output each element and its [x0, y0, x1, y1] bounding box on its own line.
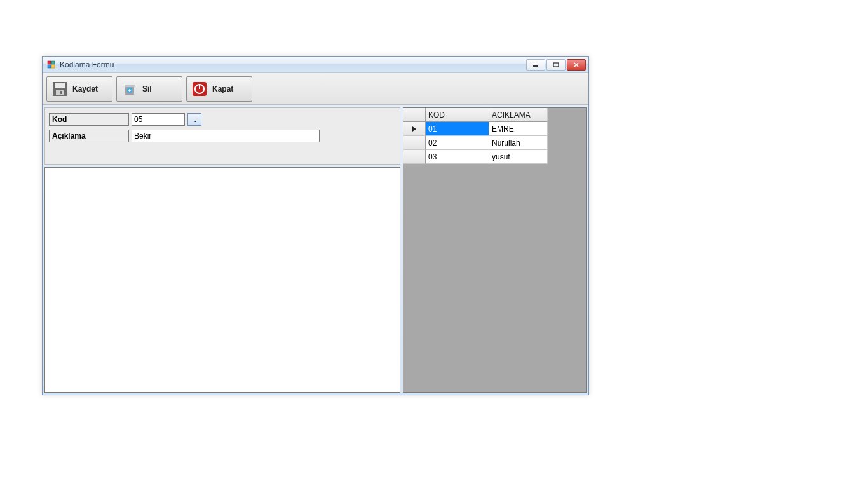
minimize-button[interactable] [526, 59, 545, 71]
delete-button-label: Sil [142, 85, 152, 93]
extra-panel [44, 167, 400, 393]
svg-rect-9 [60, 91, 62, 94]
grid-corner[interactable] [403, 108, 426, 122]
svg-rect-3 [51, 65, 55, 68]
kod-input[interactable] [132, 113, 185, 126]
svg-rect-4 [533, 65, 538, 67]
save-button-label: Kaydet [72, 85, 98, 93]
app-icon [46, 60, 57, 70]
cell-kod[interactable]: 02 [426, 136, 489, 150]
table-row[interactable]: 01EMRE [403, 122, 586, 136]
form-area: Kod .. Açıklama [44, 107, 400, 165]
close-button[interactable]: Kapat [186, 76, 252, 102]
delete-button[interactable]: Sil [116, 76, 182, 102]
cell-kod[interactable]: 03 [426, 150, 489, 164]
svg-rect-15 [199, 84, 200, 89]
row-header[interactable] [403, 136, 426, 150]
toolbar: Kaydet Sil Kapat [43, 73, 588, 105]
kod-lookup-button[interactable]: .. [187, 113, 201, 126]
grid-pane: KOD ACIKLAMA 01EMRE02Nurullah03yusuf [403, 107, 587, 393]
cell-aciklama[interactable]: yusuf [489, 150, 548, 164]
svg-rect-0 [48, 61, 51, 64]
svg-rect-8 [56, 90, 64, 95]
col-header-aciklama[interactable]: ACIKLAMA [489, 108, 548, 122]
col-header-kod[interactable]: KOD [426, 108, 489, 122]
cell-kod[interactable]: 01 [426, 122, 489, 136]
aciklama-input[interactable] [132, 130, 320, 142]
svg-rect-7 [55, 83, 65, 88]
cell-aciklama[interactable]: Nurullah [489, 136, 548, 150]
window-title: Kodlama Formu [60, 60, 526, 69]
row-header[interactable] [403, 150, 426, 164]
table-row[interactable]: 02Nurullah [403, 136, 586, 150]
app-window: Kodlama Formu Kaydet [42, 56, 589, 395]
close-button-label: Kapat [212, 85, 233, 93]
kod-label: Kod [49, 113, 129, 126]
aciklama-label: Açıklama [49, 130, 129, 142]
data-grid[interactable]: KOD ACIKLAMA 01EMRE02Nurullah03yusuf [403, 108, 586, 164]
svg-rect-11 [125, 85, 135, 87]
table-row[interactable]: 03yusuf [403, 150, 586, 164]
titlebar[interactable]: Kodlama Formu [43, 57, 588, 73]
maximize-button[interactable] [546, 59, 566, 71]
svg-rect-5 [553, 63, 559, 67]
cell-aciklama[interactable]: EMRE [489, 122, 548, 136]
svg-rect-2 [48, 65, 51, 68]
save-button[interactable]: Kaydet [46, 76, 112, 102]
svg-rect-1 [51, 61, 55, 64]
left-pane: Kod .. Açıklama [44, 107, 400, 393]
row-header[interactable] [403, 122, 426, 136]
power-icon [191, 80, 208, 98]
close-window-button[interactable] [567, 59, 586, 71]
trash-icon [121, 80, 139, 98]
save-icon [51, 80, 69, 98]
